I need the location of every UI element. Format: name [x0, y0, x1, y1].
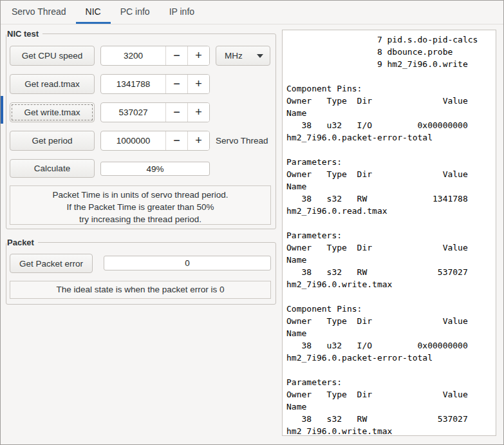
write-tmax-increment-button[interactable]: + — [187, 103, 209, 122]
tab-ip-info[interactable]: IP info — [160, 1, 204, 24]
get-packet-error-button[interactable]: Get Packet error — [10, 254, 93, 273]
tab-pc-info[interactable]: PC info — [111, 1, 160, 24]
cpu-speed-increment-button[interactable]: + — [187, 46, 209, 65]
app-window: Servo Thread NIC PC info IP info NIC tes… — [0, 0, 504, 445]
period-value[interactable]: 1000000 — [101, 131, 165, 150]
write-tmax-spinbox: 537027 − + — [100, 102, 210, 122]
get-write-tmax-button[interactable]: Get write.tmax — [10, 102, 95, 122]
focus-indicator-stripe — [1, 96, 3, 124]
tab-servo-thread[interactable]: Servo Thread — [2, 1, 76, 24]
write-tmax-value[interactable]: 537027 — [101, 103, 165, 122]
packet-time-note: Packet Time is in units of servo thread … — [10, 185, 271, 225]
unit-dropdown[interactable]: MHz — [216, 46, 270, 66]
packet-time-progress[interactable]: 49% — [100, 162, 210, 176]
cpu-speed-decrement-button[interactable]: − — [165, 46, 187, 65]
calculate-button[interactable]: Calculate — [10, 159, 95, 178]
read-tmax-increment-button[interactable]: + — [187, 75, 209, 93]
cpu-speed-value[interactable]: 3200 — [101, 46, 165, 65]
get-read-tmax-button[interactable]: Get read.tmax — [10, 74, 95, 94]
packet-error-note: The ideal state is when the packet error… — [10, 281, 271, 299]
hal-output-text[interactable]: 7 pid.s.do-pid-calcs 8 dbounce.probe 9 h… — [283, 30, 496, 436]
servo-thread-label: Servo Thread — [216, 131, 268, 151]
nic-test-legend: NIC test — [6, 28, 42, 39]
read-tmax-spinbox: 1341788 − + — [100, 74, 210, 94]
chevron-down-icon — [257, 54, 263, 58]
unit-dropdown-value: MHz — [225, 51, 243, 61]
period-spinbox: 1000000 − + — [100, 131, 210, 151]
cpu-speed-spinbox: 3200 − + — [100, 46, 210, 66]
read-tmax-value[interactable]: 1341788 — [101, 75, 165, 93]
hal-output-panel: 7 pid.s.do-pid-calcs 8 dbounce.probe 9 h… — [282, 30, 496, 436]
write-tmax-decrement-button[interactable]: − — [165, 103, 187, 122]
tab-nic[interactable]: NIC — [76, 1, 111, 24]
read-tmax-decrement-button[interactable]: − — [165, 75, 187, 93]
get-period-button[interactable]: Get period — [10, 131, 95, 151]
period-decrement-button[interactable]: − — [165, 131, 187, 150]
get-cpu-speed-button[interactable]: Get CPU speed — [10, 46, 95, 66]
packet-legend: Packet — [6, 237, 38, 248]
period-increment-button[interactable]: + — [187, 131, 209, 150]
tab-bar: Servo Thread NIC PC info IP info — [1, 1, 503, 24]
packet-error-field[interactable]: 0 — [104, 256, 271, 270]
